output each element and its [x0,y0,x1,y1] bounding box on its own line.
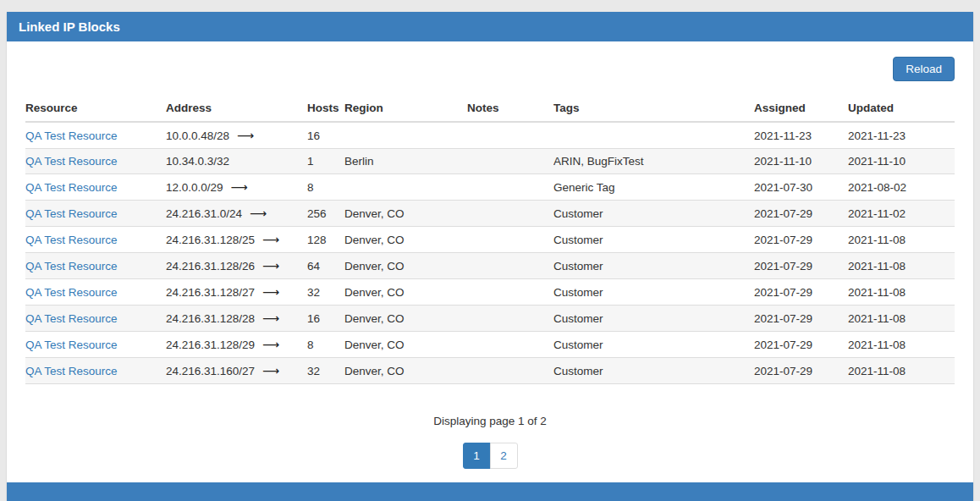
resource-link[interactable]: QA Test Resource [25,339,118,351]
updated-cell: 2021-11-08 [848,253,955,279]
address-arrow-icon[interactable]: ⟶ [237,129,254,142]
updated-cell: 2021-11-23 [848,122,955,149]
hosts-cell: 8 [307,174,344,201]
assigned-cell: 2021-11-23 [754,122,848,149]
assigned-cell: 2021-07-29 [754,306,848,332]
region-cell: Denver, CO [344,227,467,253]
notes-cell [467,227,553,253]
address-arrow-icon[interactable]: ⟶ [262,259,279,273]
hosts-cell: 8 [307,332,344,358]
address-arrow-icon[interactable]: ⟶ [262,285,279,299]
updated-cell: 2021-11-08 [848,332,955,358]
updated-cell: 2021-11-08 [848,306,955,332]
column-header-notes: Notes [467,95,553,122]
table-row: QA Test Resource24.216.31.128/29⟶8Denver… [25,332,955,358]
table-row: QA Test Resource10.0.0.48/28⟶162021-11-2… [25,122,955,149]
panel-body: Reload ResourceAddressHostsRegionNotesTa… [7,41,973,482]
resource-link[interactable]: QA Test Resource [25,312,118,325]
resource-link[interactable]: QA Test Resource [25,234,118,246]
column-header-resource: Resource [25,95,166,122]
column-header-tags: Tags [553,95,754,122]
notes-cell [467,149,553,174]
hosts-cell: 128 [307,227,344,253]
address-arrow-icon[interactable]: ⟶ [262,311,279,325]
table-body: QA Test Resource10.0.0.48/28⟶162021-11-2… [25,122,955,384]
resource-cell: QA Test Resource [25,332,166,358]
resource-link[interactable]: QA Test Resource [25,181,118,194]
resource-link[interactable]: QA Test Resource [25,207,118,220]
resource-link[interactable]: QA Test Resource [25,155,118,168]
page-button-1[interactable]: 1 [463,443,491,469]
updated-cell: 2021-11-08 [848,227,955,253]
table-row: QA Test Resource24.216.31.128/28⟶16Denve… [25,306,955,332]
resource-cell: QA Test Resource [25,279,166,306]
resource-cell: QA Test Resource [25,306,166,332]
hosts-cell: 1 [307,149,344,174]
notes-cell [467,122,553,149]
table-header-row: ResourceAddressHostsRegionNotesTagsAssig… [25,95,955,122]
table-row: QA Test Resource12.0.0.0/29⟶8Generic Tag… [25,174,955,201]
region-cell: Denver, CO [344,358,467,384]
column-header-hosts: Hosts [307,95,344,122]
page-button-2[interactable]: 2 [490,443,518,469]
notes-cell [467,358,553,384]
address-text: 24.216.31.128/25 [166,234,255,246]
tags-cell: Generic Tag [553,174,754,201]
resource-link[interactable]: QA Test Resource [25,286,118,299]
address-arrow-icon[interactable]: ⟶ [250,206,267,220]
pagination: 12 [463,443,518,469]
address-cell: 10.34.0.3/32 [166,149,307,174]
hosts-cell: 16 [307,122,344,149]
address-arrow-icon[interactable]: ⟶ [231,180,248,194]
tags-cell: Customer [553,332,754,358]
address-cell: 10.0.0.48/28⟶ [166,122,307,149]
table-row: QA Test Resource24.216.31.128/26⟶64Denve… [25,253,955,279]
ip-blocks-table: ResourceAddressHostsRegionNotesTagsAssig… [25,95,955,384]
address-arrow-icon[interactable]: ⟶ [262,233,279,246]
address-cell: 24.216.31.128/29⟶ [166,332,307,358]
hosts-cell: 64 [307,253,344,279]
resource-cell: QA Test Resource [25,227,166,253]
tags-cell: Customer [553,227,754,253]
tags-cell: Customer [553,253,754,279]
address-cell: 24.216.31.128/26⟶ [166,253,307,279]
reload-button[interactable]: Reload [893,57,955,81]
page-status-text: Displaying page 1 of 2 [25,415,955,427]
tags-cell: Customer [553,358,754,384]
assigned-cell: 2021-07-29 [754,279,848,306]
toolbar: Reload [25,57,955,81]
address-text: 24.216.31.160/27 [166,365,255,377]
column-header-address: Address [166,95,307,122]
tags-cell: ARIN, BugFixTest [553,149,754,174]
table-row: QA Test Resource24.216.31.0/24⟶256Denver… [25,201,955,227]
updated-cell: 2021-11-02 [848,201,955,227]
panel-title: Linked IP Blocks [7,12,973,41]
table-row: QA Test Resource24.216.31.128/27⟶32Denve… [25,279,955,306]
resource-cell: QA Test Resource [25,149,166,174]
notes-cell [467,332,553,358]
updated-cell: 2021-08-02 [848,174,955,201]
hosts-cell: 256 [307,201,344,227]
notes-cell [467,174,553,201]
region-cell [344,122,467,149]
resource-link[interactable]: QA Test Resource [25,365,118,377]
hosts-cell: 32 [307,279,344,306]
notes-cell [467,253,553,279]
region-cell [344,174,467,201]
address-arrow-icon[interactable]: ⟶ [262,338,279,351]
assigned-cell: 2021-11-10 [754,149,848,174]
address-text: 24.216.31.128/26 [166,260,255,273]
address-cell: 24.216.31.128/28⟶ [166,306,307,332]
address-arrow-icon[interactable]: ⟶ [262,364,279,377]
table-row: QA Test Resource10.34.0.3/321BerlinARIN,… [25,149,955,174]
resource-cell: QA Test Resource [25,358,166,384]
resource-link[interactable]: QA Test Resource [25,260,118,273]
table-row: QA Test Resource24.216.31.160/27⟶32Denve… [25,358,955,384]
resource-link[interactable]: QA Test Resource [25,129,118,142]
assigned-cell: 2021-07-29 [754,358,848,384]
hosts-cell: 32 [307,358,344,384]
region-cell: Denver, CO [344,253,467,279]
tags-cell: Customer [553,201,754,227]
updated-cell: 2021-11-08 [848,279,955,306]
region-cell: Denver, CO [344,332,467,358]
